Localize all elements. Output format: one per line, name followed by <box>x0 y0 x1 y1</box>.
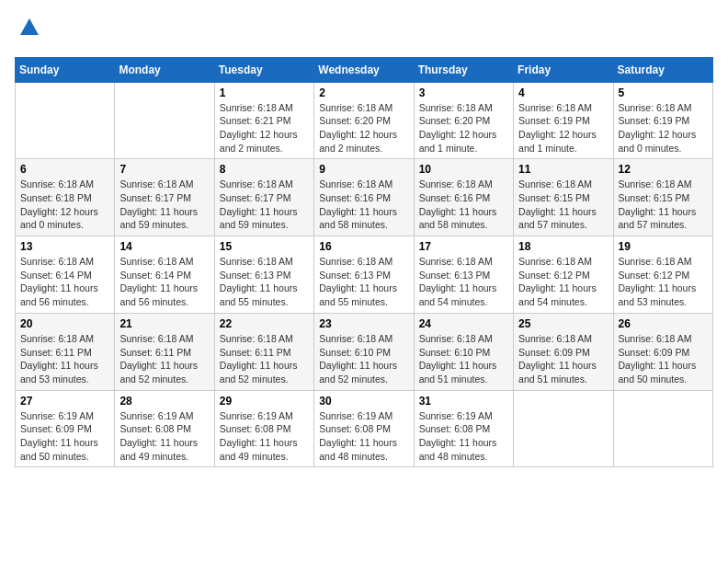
day-number: 29 <box>220 395 309 408</box>
day-number: 14 <box>119 240 209 253</box>
day-number: 2 <box>319 86 408 99</box>
cell-info: Sunrise: 6:18 AMSunset: 6:16 PMDaylight:… <box>419 178 508 232</box>
cell-info: Sunrise: 6:18 AMSunset: 6:13 PMDaylight:… <box>419 255 508 309</box>
cell-info: Sunrise: 6:18 AMSunset: 6:09 PMDaylight:… <box>619 332 708 386</box>
col-header-wednesday: Wednesday <box>314 57 414 82</box>
cell-info: Sunrise: 6:18 AMSunset: 6:15 PMDaylight:… <box>518 178 608 232</box>
cell-info: Sunrise: 6:19 AMSunset: 6:08 PMDaylight:… <box>319 409 408 464</box>
cell-info: Sunrise: 6:18 AMSunset: 6:19 PMDaylight:… <box>619 101 708 155</box>
cell-info: Sunrise: 6:18 AMSunset: 6:11 PMDaylight:… <box>220 332 309 386</box>
calendar-cell: 11Sunrise: 6:18 AMSunset: 6:15 PMDayligh… <box>514 159 613 236</box>
calendar-cell: 22Sunrise: 6:18 AMSunset: 6:11 PMDayligh… <box>214 313 313 390</box>
calendar-cell: 4Sunrise: 6:18 AMSunset: 6:19 PMDaylight… <box>514 82 613 159</box>
col-header-friday: Friday <box>514 57 613 82</box>
calendar-cell: 15Sunrise: 6:18 AMSunset: 6:13 PMDayligh… <box>214 236 313 314</box>
day-number: 20 <box>20 317 109 330</box>
calendar-cell: 20Sunrise: 6:18 AMSunset: 6:11 PMDayligh… <box>16 313 115 390</box>
calendar-cell <box>16 82 115 159</box>
col-header-thursday: Thursday <box>414 57 513 82</box>
day-number: 15 <box>220 240 309 253</box>
calendar-cell: 29Sunrise: 6:19 AMSunset: 6:08 PMDayligh… <box>214 390 313 467</box>
cell-info: Sunrise: 6:18 AMSunset: 6:13 PMDaylight:… <box>220 255 309 309</box>
day-number: 12 <box>619 163 708 176</box>
logo-icon <box>17 15 42 40</box>
calendar-cell: 6Sunrise: 6:18 AMSunset: 6:18 PMDaylight… <box>16 159 115 236</box>
day-number: 25 <box>518 317 608 330</box>
col-header-sunday: Sunday <box>16 57 115 82</box>
cell-info: Sunrise: 6:18 AMSunset: 6:10 PMDaylight:… <box>419 332 508 386</box>
calendar-cell <box>514 390 613 467</box>
day-number: 19 <box>619 240 708 253</box>
calendar-cell: 9Sunrise: 6:18 AMSunset: 6:16 PMDaylight… <box>314 159 414 236</box>
calendar-cell: 8Sunrise: 6:18 AMSunset: 6:17 PMDaylight… <box>214 159 313 236</box>
calendar-cell: 31Sunrise: 6:19 AMSunset: 6:08 PMDayligh… <box>414 390 513 467</box>
page-header <box>15 15 713 46</box>
cell-info: Sunrise: 6:18 AMSunset: 6:09 PMDaylight:… <box>518 332 608 386</box>
calendar-cell: 16Sunrise: 6:18 AMSunset: 6:13 PMDayligh… <box>314 236 414 314</box>
calendar-cell: 21Sunrise: 6:18 AMSunset: 6:11 PMDayligh… <box>115 313 214 390</box>
cell-info: Sunrise: 6:18 AMSunset: 6:19 PMDaylight:… <box>518 101 608 155</box>
calendar-cell: 26Sunrise: 6:18 AMSunset: 6:09 PMDayligh… <box>613 313 712 390</box>
cell-info: Sunrise: 6:18 AMSunset: 6:17 PMDaylight:… <box>220 178 309 232</box>
day-number: 16 <box>319 240 408 253</box>
cell-info: Sunrise: 6:18 AMSunset: 6:20 PMDaylight:… <box>419 101 508 155</box>
cell-info: Sunrise: 6:18 AMSunset: 6:13 PMDaylight:… <box>319 255 408 309</box>
cell-info: Sunrise: 6:18 AMSunset: 6:20 PMDaylight:… <box>319 101 408 155</box>
cell-info: Sunrise: 6:18 AMSunset: 6:14 PMDaylight:… <box>119 255 209 309</box>
day-number: 11 <box>518 163 608 176</box>
calendar-table: SundayMondayTuesdayWednesdayThursdayFrid… <box>15 57 713 468</box>
calendar-cell: 2Sunrise: 6:18 AMSunset: 6:20 PMDaylight… <box>314 82 414 159</box>
cell-info: Sunrise: 6:18 AMSunset: 6:12 PMDaylight:… <box>619 255 708 309</box>
logo <box>15 15 42 46</box>
day-number: 27 <box>20 395 109 408</box>
day-number: 23 <box>319 317 408 330</box>
calendar-cell: 1Sunrise: 6:18 AMSunset: 6:21 PMDaylight… <box>214 82 313 159</box>
cell-info: Sunrise: 6:18 AMSunset: 6:11 PMDaylight:… <box>20 332 109 386</box>
cell-info: Sunrise: 6:18 AMSunset: 6:12 PMDaylight:… <box>518 255 608 309</box>
col-header-tuesday: Tuesday <box>214 57 313 82</box>
calendar-cell: 12Sunrise: 6:18 AMSunset: 6:15 PMDayligh… <box>613 159 712 236</box>
svg-marker-0 <box>20 18 39 35</box>
cell-info: Sunrise: 6:19 AMSunset: 6:08 PMDaylight:… <box>419 409 508 464</box>
cell-info: Sunrise: 6:18 AMSunset: 6:17 PMDaylight:… <box>119 178 209 232</box>
calendar-cell: 27Sunrise: 6:19 AMSunset: 6:09 PMDayligh… <box>16 390 115 467</box>
calendar-cell: 17Sunrise: 6:18 AMSunset: 6:13 PMDayligh… <box>414 236 513 314</box>
calendar-cell: 23Sunrise: 6:18 AMSunset: 6:10 PMDayligh… <box>314 313 414 390</box>
day-number: 26 <box>619 317 708 330</box>
cell-info: Sunrise: 6:19 AMSunset: 6:09 PMDaylight:… <box>20 409 109 464</box>
calendar-cell: 18Sunrise: 6:18 AMSunset: 6:12 PMDayligh… <box>514 236 613 314</box>
day-number: 17 <box>419 240 508 253</box>
calendar-cell: 24Sunrise: 6:18 AMSunset: 6:10 PMDayligh… <box>414 313 513 390</box>
calendar-cell: 10Sunrise: 6:18 AMSunset: 6:16 PMDayligh… <box>414 159 513 236</box>
calendar-cell: 7Sunrise: 6:18 AMSunset: 6:17 PMDaylight… <box>115 159 214 236</box>
cell-info: Sunrise: 6:18 AMSunset: 6:10 PMDaylight:… <box>319 332 408 386</box>
day-number: 7 <box>119 163 209 176</box>
calendar-cell: 3Sunrise: 6:18 AMSunset: 6:20 PMDaylight… <box>414 82 513 159</box>
day-number: 10 <box>419 163 508 176</box>
cell-info: Sunrise: 6:19 AMSunset: 6:08 PMDaylight:… <box>220 409 309 464</box>
day-number: 6 <box>20 163 109 176</box>
calendar-cell <box>613 390 712 467</box>
day-number: 1 <box>220 86 309 99</box>
calendar-cell: 19Sunrise: 6:18 AMSunset: 6:12 PMDayligh… <box>613 236 712 314</box>
cell-info: Sunrise: 6:19 AMSunset: 6:08 PMDaylight:… <box>119 409 209 464</box>
calendar-cell: 30Sunrise: 6:19 AMSunset: 6:08 PMDayligh… <box>314 390 414 467</box>
day-number: 5 <box>619 86 708 99</box>
day-number: 28 <box>119 395 209 408</box>
col-header-saturday: Saturday <box>613 57 712 82</box>
calendar-cell: 5Sunrise: 6:18 AMSunset: 6:19 PMDaylight… <box>613 82 712 159</box>
calendar-cell: 13Sunrise: 6:18 AMSunset: 6:14 PMDayligh… <box>16 236 115 314</box>
cell-info: Sunrise: 6:18 AMSunset: 6:16 PMDaylight:… <box>319 178 408 232</box>
cell-info: Sunrise: 6:18 AMSunset: 6:14 PMDaylight:… <box>20 255 109 309</box>
calendar-cell <box>115 82 214 159</box>
day-number: 31 <box>419 395 508 408</box>
calendar-cell: 25Sunrise: 6:18 AMSunset: 6:09 PMDayligh… <box>514 313 613 390</box>
calendar-cell: 28Sunrise: 6:19 AMSunset: 6:08 PMDayligh… <box>115 390 214 467</box>
cell-info: Sunrise: 6:18 AMSunset: 6:21 PMDaylight:… <box>220 101 309 155</box>
cell-info: Sunrise: 6:18 AMSunset: 6:11 PMDaylight:… <box>119 332 209 386</box>
cell-info: Sunrise: 6:18 AMSunset: 6:15 PMDaylight:… <box>619 178 708 232</box>
col-header-monday: Monday <box>115 57 214 82</box>
day-number: 3 <box>419 86 508 99</box>
day-number: 24 <box>419 317 508 330</box>
day-number: 9 <box>319 163 408 176</box>
